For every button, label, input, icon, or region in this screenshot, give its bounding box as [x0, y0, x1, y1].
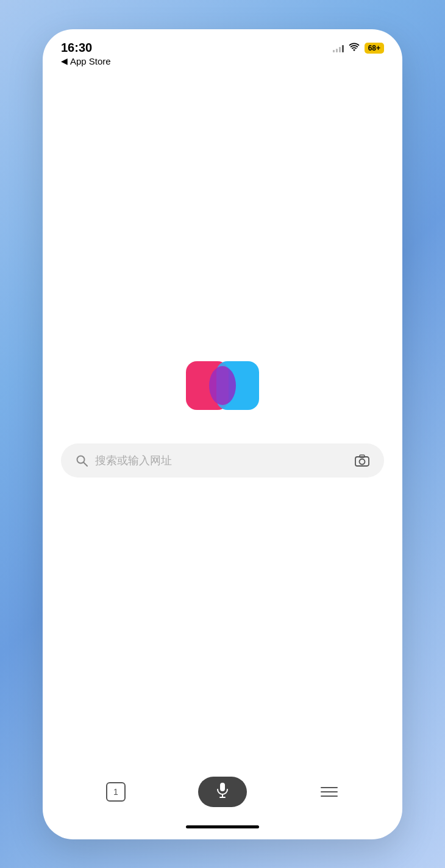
svg-rect-8	[360, 455, 365, 457]
back-label: App Store	[70, 56, 111, 66]
home-indicator	[186, 825, 259, 828]
wifi-icon	[349, 43, 360, 54]
phone-frame: 16:30 ◀ App Store 6	[43, 29, 402, 839]
mic-button[interactable]	[198, 777, 247, 807]
status-time: 16:30	[61, 40, 111, 55]
menu-line-2	[321, 791, 338, 792]
svg-point-7	[360, 459, 365, 464]
status-right: 68+	[333, 40, 384, 54]
battery-badge: 68+	[365, 43, 384, 54]
svg-rect-3	[186, 361, 229, 410]
back-arrow-icon: ◀	[61, 56, 68, 66]
camera-icon[interactable]	[355, 454, 369, 467]
app-logo	[186, 358, 259, 413]
signal-bar-1	[333, 50, 335, 52]
menu-icon	[321, 787, 338, 797]
mic-icon	[216, 782, 229, 802]
signal-icon	[333, 44, 344, 52]
content-area: 搜索或输入网址	[43, 71, 402, 764]
menu-line-3	[321, 796, 338, 797]
search-bar[interactable]: 搜索或输入网址	[61, 443, 384, 478]
back-button[interactable]: ◀ App Store	[61, 56, 111, 66]
status-bar: 16:30 ◀ App Store 6	[43, 29, 402, 71]
signal-bar-3	[339, 47, 341, 52]
menu-line-1	[321, 787, 338, 788]
signal-bar-4	[342, 45, 344, 52]
status-left: 16:30 ◀ App Store	[61, 40, 111, 66]
search-icon	[76, 454, 88, 467]
svg-rect-9	[220, 783, 225, 791]
tab-count-button[interactable]: 1	[101, 777, 131, 807]
signal-bar-2	[336, 49, 338, 52]
tab-count-icon: 1	[106, 782, 126, 802]
bottom-bar: 1	[43, 764, 402, 825]
menu-button[interactable]	[314, 777, 344, 807]
search-placeholder: 搜索或输入网址	[95, 453, 347, 468]
svg-line-5	[84, 462, 87, 466]
